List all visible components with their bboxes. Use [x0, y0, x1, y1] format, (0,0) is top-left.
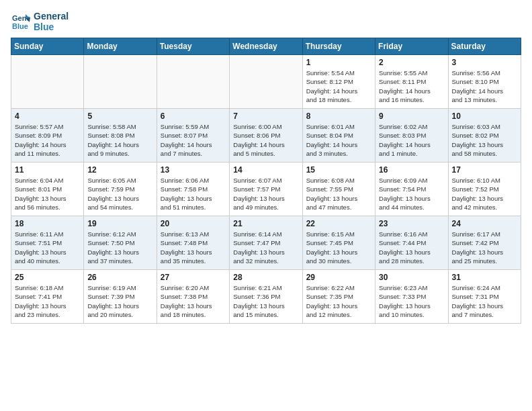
day-info: Sunrise: 5:54 AM Sunset: 8:12 PM Dayligh…: [306, 68, 371, 104]
day-number: 17: [452, 165, 517, 175]
day-info: Sunrise: 6:23 AM Sunset: 7:33 PM Dayligh…: [379, 283, 444, 319]
day-number: 30: [379, 273, 444, 282]
day-cell: 10Sunrise: 6:03 AM Sunset: 8:02 PM Dayli…: [448, 109, 521, 163]
day-number: 23: [379, 219, 444, 228]
day-number: 18: [15, 219, 80, 228]
day-cell: 7Sunrise: 6:00 AM Sunset: 8:06 PM Daylig…: [230, 109, 302, 163]
day-number: 26: [87, 273, 152, 282]
day-cell: 2Sunrise: 5:55 AM Sunset: 8:11 PM Daylig…: [375, 55, 448, 109]
week-row-3: 11Sunrise: 6:04 AM Sunset: 8:01 PM Dayli…: [11, 163, 521, 216]
day-cell: 27Sunrise: 6:20 AM Sunset: 7:38 PM Dayli…: [157, 270, 229, 324]
day-info: Sunrise: 6:07 AM Sunset: 7:57 PM Dayligh…: [233, 176, 298, 212]
day-info: Sunrise: 6:14 AM Sunset: 7:47 PM Dayligh…: [233, 230, 298, 265]
col-header-wednesday: Wednesday: [230, 38, 302, 55]
day-cell: 3Sunrise: 5:56 AM Sunset: 8:10 PM Daylig…: [448, 55, 521, 109]
day-info: Sunrise: 6:13 AM Sunset: 7:48 PM Dayligh…: [161, 230, 226, 265]
day-cell: 15Sunrise: 6:08 AM Sunset: 7:55 PM Dayli…: [302, 163, 375, 216]
day-info: Sunrise: 6:12 AM Sunset: 7:50 PM Dayligh…: [87, 230, 152, 265]
week-row-1: 1Sunrise: 5:54 AM Sunset: 8:12 PM Daylig…: [11, 55, 521, 109]
day-number: 2: [379, 58, 444, 67]
day-number: 14: [233, 165, 298, 175]
day-cell: [11, 55, 84, 109]
day-cell: [230, 55, 302, 109]
day-info: Sunrise: 6:02 AM Sunset: 8:03 PM Dayligh…: [379, 122, 444, 158]
day-cell: 22Sunrise: 6:15 AM Sunset: 7:45 PM Dayli…: [302, 216, 375, 270]
calendar-table: SundayMondayTuesdayWednesdayThursdayFrid…: [11, 38, 521, 324]
day-number: 10: [452, 111, 517, 121]
day-info: Sunrise: 6:17 AM Sunset: 7:42 PM Dayligh…: [452, 230, 517, 265]
day-cell: 12Sunrise: 6:05 AM Sunset: 7:59 PM Dayli…: [84, 163, 157, 216]
day-cell: 29Sunrise: 6:22 AM Sunset: 7:35 PM Dayli…: [302, 270, 375, 324]
day-number: 20: [161, 219, 226, 228]
day-number: 28: [233, 273, 298, 282]
day-cell: 11Sunrise: 6:04 AM Sunset: 8:01 PM Dayli…: [11, 163, 84, 216]
day-number: 8: [306, 111, 371, 121]
logo-text: General Blue: [34, 11, 69, 32]
day-cell: 28Sunrise: 6:21 AM Sunset: 7:36 PM Dayli…: [230, 270, 302, 324]
week-row-2: 4Sunrise: 5:57 AM Sunset: 8:09 PM Daylig…: [11, 109, 521, 163]
day-info: Sunrise: 5:55 AM Sunset: 8:11 PM Dayligh…: [379, 68, 444, 104]
day-number: 13: [161, 165, 226, 175]
day-cell: 13Sunrise: 6:06 AM Sunset: 7:58 PM Dayli…: [157, 163, 229, 216]
day-number: 11: [15, 165, 80, 175]
col-header-thursday: Thursday: [302, 38, 375, 55]
day-number: 6: [161, 111, 226, 121]
header: General Blue General Blue: [11, 11, 521, 32]
day-cell: 4Sunrise: 5:57 AM Sunset: 8:09 PM Daylig…: [11, 109, 84, 163]
day-info: Sunrise: 5:59 AM Sunset: 8:07 PM Dayligh…: [161, 122, 226, 158]
day-cell: 21Sunrise: 6:14 AM Sunset: 7:47 PM Dayli…: [230, 216, 302, 270]
day-info: Sunrise: 6:09 AM Sunset: 7:54 PM Dayligh…: [379, 176, 444, 212]
day-info: Sunrise: 6:19 AM Sunset: 7:39 PM Dayligh…: [87, 283, 152, 319]
day-info: Sunrise: 6:15 AM Sunset: 7:45 PM Dayligh…: [306, 230, 371, 265]
col-header-friday: Friday: [375, 38, 448, 55]
day-number: 7: [233, 111, 298, 121]
svg-text:Blue: Blue: [12, 22, 28, 30]
day-number: 19: [87, 219, 152, 228]
day-number: 1: [306, 58, 371, 67]
col-header-sunday: Sunday: [11, 38, 84, 55]
day-number: 24: [452, 219, 517, 228]
day-cell: 8Sunrise: 6:01 AM Sunset: 8:04 PM Daylig…: [302, 109, 375, 163]
day-cell: 6Sunrise: 5:59 AM Sunset: 8:07 PM Daylig…: [157, 109, 229, 163]
day-cell: 5Sunrise: 5:58 AM Sunset: 8:08 PM Daylig…: [84, 109, 157, 163]
day-number: 15: [306, 165, 371, 175]
day-cell: 9Sunrise: 6:02 AM Sunset: 8:03 PM Daylig…: [375, 109, 448, 163]
day-cell: 1Sunrise: 5:54 AM Sunset: 8:12 PM Daylig…: [302, 55, 375, 109]
week-row-5: 25Sunrise: 6:18 AM Sunset: 7:41 PM Dayli…: [11, 270, 521, 324]
day-info: Sunrise: 6:08 AM Sunset: 7:55 PM Dayligh…: [306, 176, 371, 212]
day-cell: 24Sunrise: 6:17 AM Sunset: 7:42 PM Dayli…: [448, 216, 521, 270]
day-info: Sunrise: 6:18 AM Sunset: 7:41 PM Dayligh…: [15, 283, 80, 319]
col-header-monday: Monday: [84, 38, 157, 55]
day-info: Sunrise: 6:00 AM Sunset: 8:06 PM Dayligh…: [233, 122, 298, 158]
day-info: Sunrise: 6:16 AM Sunset: 7:44 PM Dayligh…: [379, 230, 444, 265]
day-cell: 19Sunrise: 6:12 AM Sunset: 7:50 PM Dayli…: [84, 216, 157, 270]
day-info: Sunrise: 6:22 AM Sunset: 7:35 PM Dayligh…: [306, 283, 371, 319]
day-cell: 20Sunrise: 6:13 AM Sunset: 7:48 PM Dayli…: [157, 216, 229, 270]
day-info: Sunrise: 5:57 AM Sunset: 8:09 PM Dayligh…: [15, 122, 80, 158]
day-info: Sunrise: 6:06 AM Sunset: 7:58 PM Dayligh…: [161, 176, 226, 212]
logo-icon: General Blue: [11, 11, 31, 32]
day-info: Sunrise: 6:05 AM Sunset: 7:59 PM Dayligh…: [87, 176, 152, 212]
day-number: 3: [452, 58, 517, 67]
day-info: Sunrise: 6:10 AM Sunset: 7:52 PM Dayligh…: [452, 176, 517, 212]
day-number: 4: [15, 111, 80, 121]
day-cell: 14Sunrise: 6:07 AM Sunset: 7:57 PM Dayli…: [230, 163, 302, 216]
day-number: 16: [379, 165, 444, 175]
logo: General Blue General Blue: [11, 11, 69, 32]
day-info: Sunrise: 5:56 AM Sunset: 8:10 PM Dayligh…: [452, 68, 517, 104]
day-cell: 16Sunrise: 6:09 AM Sunset: 7:54 PM Dayli…: [375, 163, 448, 216]
day-cell: [84, 55, 157, 109]
week-row-4: 18Sunrise: 6:11 AM Sunset: 7:51 PM Dayli…: [11, 216, 521, 270]
day-number: 12: [87, 165, 152, 175]
day-number: 25: [15, 273, 80, 282]
day-info: Sunrise: 6:04 AM Sunset: 8:01 PM Dayligh…: [15, 176, 80, 212]
day-cell: 23Sunrise: 6:16 AM Sunset: 7:44 PM Dayli…: [375, 216, 448, 270]
day-info: Sunrise: 6:24 AM Sunset: 7:31 PM Dayligh…: [452, 283, 517, 319]
day-cell: [157, 55, 229, 109]
day-info: Sunrise: 6:21 AM Sunset: 7:36 PM Dayligh…: [233, 283, 298, 319]
day-info: Sunrise: 6:11 AM Sunset: 7:51 PM Dayligh…: [15, 230, 80, 265]
col-header-tuesday: Tuesday: [157, 38, 229, 55]
day-cell: 18Sunrise: 6:11 AM Sunset: 7:51 PM Dayli…: [11, 216, 84, 270]
day-number: 5: [87, 111, 152, 121]
day-number: 21: [233, 219, 298, 228]
